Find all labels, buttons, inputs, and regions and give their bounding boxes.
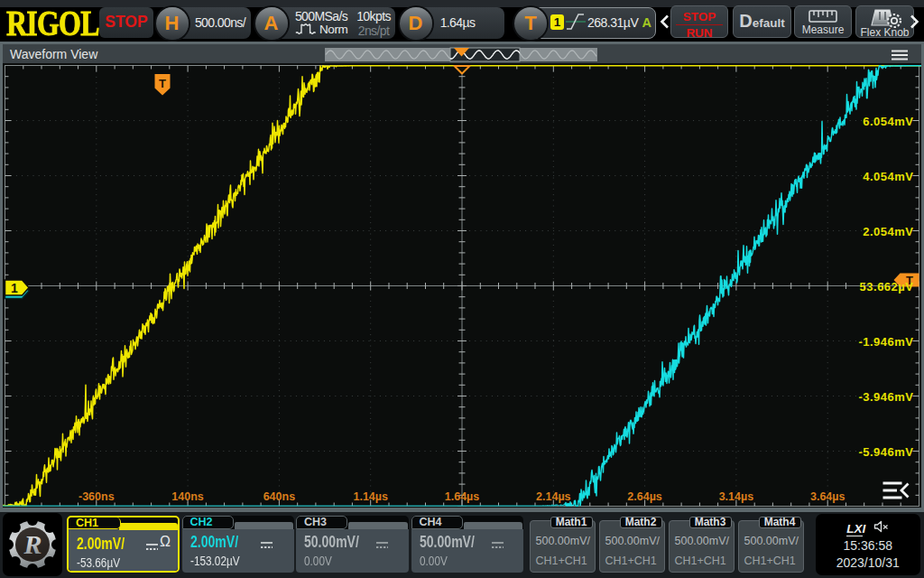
svg-text:640ns: 640ns bbox=[263, 490, 295, 503]
svg-text:1.64µs: 1.64µs bbox=[445, 490, 480, 503]
svg-text:1.14µs: 1.14µs bbox=[353, 490, 388, 503]
svg-text:4.054mV: 4.054mV bbox=[863, 170, 913, 183]
svg-text:-360ns: -360ns bbox=[79, 490, 115, 503]
svg-text:-1.946mV: -1.946mV bbox=[858, 335, 913, 349]
svg-text:3.64µs: 3.64µs bbox=[810, 490, 845, 503]
svg-text:-5.946mV: -5.946mV bbox=[858, 445, 913, 459]
svg-text:-3.946mV: -3.946mV bbox=[858, 390, 913, 404]
svg-text:R: R bbox=[23, 528, 42, 558]
svg-text:53.662µV: 53.662µV bbox=[860, 280, 914, 294]
svg-text:T: T bbox=[159, 77, 166, 90]
svg-text:2.054mV: 2.054mV bbox=[863, 225, 913, 238]
svg-text:3.14µs: 3.14µs bbox=[719, 490, 754, 503]
svg-text:140ns: 140ns bbox=[171, 490, 203, 503]
svg-text:1: 1 bbox=[11, 281, 18, 295]
svg-text:6.054mV: 6.054mV bbox=[863, 115, 913, 128]
svg-text:2.14µs: 2.14µs bbox=[536, 490, 571, 503]
svg-text:2.64µs: 2.64µs bbox=[627, 490, 662, 503]
